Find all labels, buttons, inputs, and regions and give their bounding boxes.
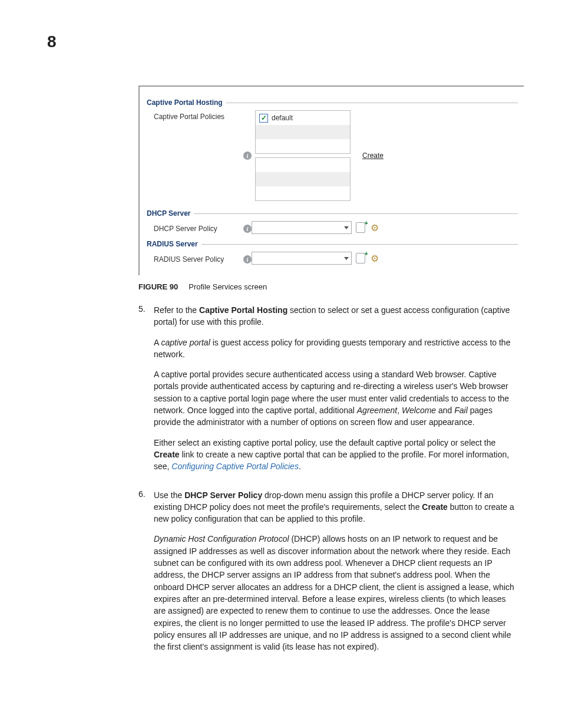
list-item-label: default xyxy=(272,114,293,122)
settings-button[interactable]: ⚙ xyxy=(369,253,380,263)
create-link[interactable]: Create xyxy=(362,151,384,160)
divider xyxy=(226,103,518,103)
gear-icon: ⚙ xyxy=(371,253,379,264)
captive-policies-list-bottom[interactable] xyxy=(255,157,351,201)
figure-label: FIGURE 90 xyxy=(138,282,178,291)
dhcp-policy-label: DHCP Server Policy xyxy=(154,225,217,233)
step5-p4: Either select an existing captive portal… xyxy=(154,437,515,473)
divider xyxy=(201,244,518,245)
checkbox-icon[interactable]: ✓ xyxy=(259,114,268,123)
step5-p1: Refer to the Captive Portal Hosting sect… xyxy=(154,304,515,328)
profile-services-figure: Captive Portal Hosting Captive Portal Po… xyxy=(138,85,524,275)
group-title-captive-label: Captive Portal Hosting xyxy=(147,98,223,107)
divider xyxy=(194,213,518,214)
radius-policy-label: RADIUS Server Policy xyxy=(154,255,224,263)
create-policy-button[interactable] xyxy=(355,222,366,233)
step6-p2: Dynamic Host Configuration Protocol (DHC… xyxy=(154,533,515,653)
radius-policy-dropdown[interactable] xyxy=(252,252,352,265)
info-icon[interactable]: i xyxy=(243,151,252,160)
group-title-captive: Captive Portal Hosting xyxy=(147,98,518,107)
group-title-radius: RADIUS Server xyxy=(147,240,518,248)
step-number: 6. xyxy=(138,489,154,661)
figure-caption-text: Profile Services screen xyxy=(189,282,267,291)
step5-p3: A captive portal provides secure authent… xyxy=(154,368,515,428)
chevron-down-icon xyxy=(344,257,349,260)
document-plus-icon xyxy=(356,222,365,233)
step-number: 5. xyxy=(138,304,154,481)
document-plus-icon xyxy=(356,253,365,263)
group-title-dhcp-label: DHCP Server xyxy=(147,209,190,218)
list-item[interactable] xyxy=(256,172,350,186)
dhcp-policy-dropdown[interactable] xyxy=(252,221,352,234)
list-item[interactable] xyxy=(256,186,350,200)
radius-policy-label-row: RADIUS Server Policy i xyxy=(147,253,252,263)
settings-button[interactable]: ⚙ xyxy=(369,222,380,233)
chevron-down-icon xyxy=(344,226,349,229)
gear-icon: ⚙ xyxy=(371,222,379,233)
group-title-radius-label: RADIUS Server xyxy=(147,240,198,248)
step5-p2: A captive portal is guest access policy … xyxy=(154,337,515,361)
info-icon[interactable]: i xyxy=(243,255,252,263)
list-item[interactable] xyxy=(256,139,350,153)
captive-policies-list-top[interactable]: ✓ default xyxy=(255,110,351,154)
group-title-dhcp: DHCP Server xyxy=(147,209,518,218)
captive-policies-label: Captive Portal Policies xyxy=(147,110,252,121)
step6-p1: Use the DHCP Server Policy drop-down men… xyxy=(154,489,515,525)
list-item[interactable] xyxy=(256,158,350,172)
page-number: 8 xyxy=(47,32,57,51)
create-policy-button[interactable] xyxy=(355,253,366,263)
dhcp-policy-label-row: DHCP Server Policy i xyxy=(147,222,252,233)
list-item[interactable] xyxy=(256,125,350,139)
info-icon[interactable]: i xyxy=(243,225,252,233)
configuring-captive-portal-link[interactable]: Configuring Captive Portal Policies xyxy=(171,462,299,471)
figure-caption: FIGURE 90 Profile Services screen xyxy=(138,282,515,291)
list-item[interactable]: ✓ default xyxy=(256,111,350,125)
